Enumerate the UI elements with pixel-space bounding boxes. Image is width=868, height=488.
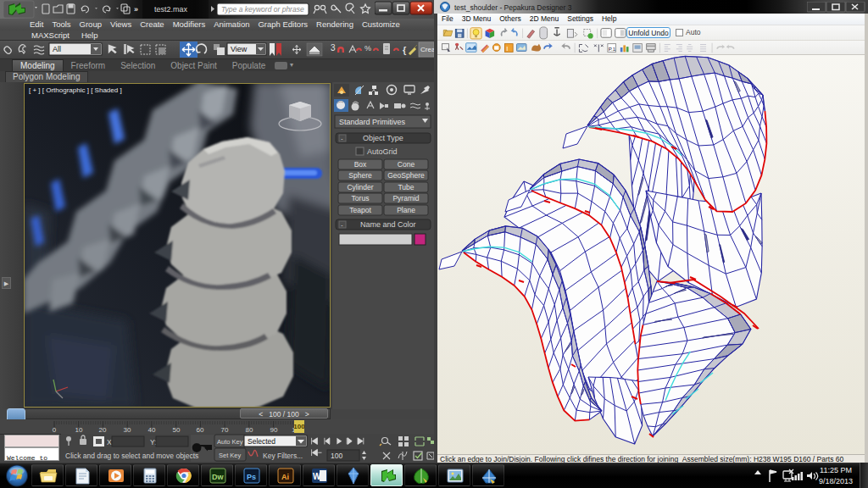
svg-text:Object Type: Object Type [363, 134, 403, 142]
svg-text:View: View [231, 45, 248, 53]
svg-text:Box: Box [354, 160, 367, 169]
svg-text:Plane: Plane [397, 206, 415, 214]
svg-text:{: { [403, 45, 407, 55]
svg-text:70: 70 [221, 426, 229, 434]
svg-text:0: 0 [53, 426, 57, 434]
svg-text:Torus: Torus [352, 194, 370, 202]
svg-text:test_shoulder - Pepakura Desig: test_shoulder - Pepakura Designer 3 [454, 3, 572, 12]
svg-text:Ai: Ai [281, 473, 289, 481]
svg-text:Tube: Tube [398, 183, 414, 191]
svg-text:W: W [313, 472, 321, 481]
svg-text:Ps: Ps [247, 473, 256, 481]
svg-text:Crea: Crea [420, 46, 434, 53]
svg-text:GeoSphere: GeoSphere [387, 171, 425, 180]
svg-text:Type a keyword or phrase: Type a keyword or phrase [221, 5, 304, 14]
svg-text:Selected: Selected [248, 437, 275, 446]
svg-text:Auto Key: Auto Key [217, 438, 243, 446]
svg-text:50: 50 [173, 426, 181, 434]
svg-text:-: - [341, 221, 343, 229]
svg-text:Dw: Dw [212, 473, 224, 481]
svg-text:30: 30 [124, 426, 131, 434]
svg-text:Cylinder: Cylinder [347, 183, 373, 191]
svg-text:10: 10 [75, 426, 83, 434]
svg-text:80: 80 [246, 426, 253, 434]
svg-text:»: » [134, 5, 138, 14]
svg-text:Pyramid: Pyramid [392, 194, 419, 202]
svg-text:Key Filters...: Key Filters... [263, 452, 303, 460]
svg-text:100: 100 [293, 423, 305, 430]
svg-text:Teapot: Teapot [349, 206, 371, 214]
svg-text:test2.max: test2.max [154, 5, 188, 14]
svg-text:Sphere: Sphere [348, 171, 372, 180]
svg-text:Standard Primitives: Standard Primitives [339, 118, 406, 126]
svg-text:I: I [506, 45, 508, 53]
svg-text:20: 20 [99, 426, 107, 434]
svg-text:Cone: Cone [398, 160, 415, 169]
svg-text:3: 3 [331, 43, 336, 53]
svg-text:60: 60 [197, 426, 204, 434]
svg-text:100: 100 [331, 452, 342, 460]
svg-text:90: 90 [270, 426, 278, 434]
svg-text:Click and drag to select and m: Click and drag to select and move object… [65, 452, 198, 460]
svg-text:Name and Color: Name and Color [360, 220, 416, 229]
svg-text:-: - [341, 135, 343, 142]
svg-text:P.1: P.1 [609, 46, 616, 52]
svg-text:Set Key: Set Key [219, 452, 242, 459]
svg-text:%: % [364, 44, 371, 53]
svg-text:Y:: Y: [150, 438, 157, 446]
svg-text:AutoGrid: AutoGrid [367, 147, 398, 156]
svg-text:All: All [53, 45, 61, 53]
svg-text:40: 40 [148, 426, 156, 434]
